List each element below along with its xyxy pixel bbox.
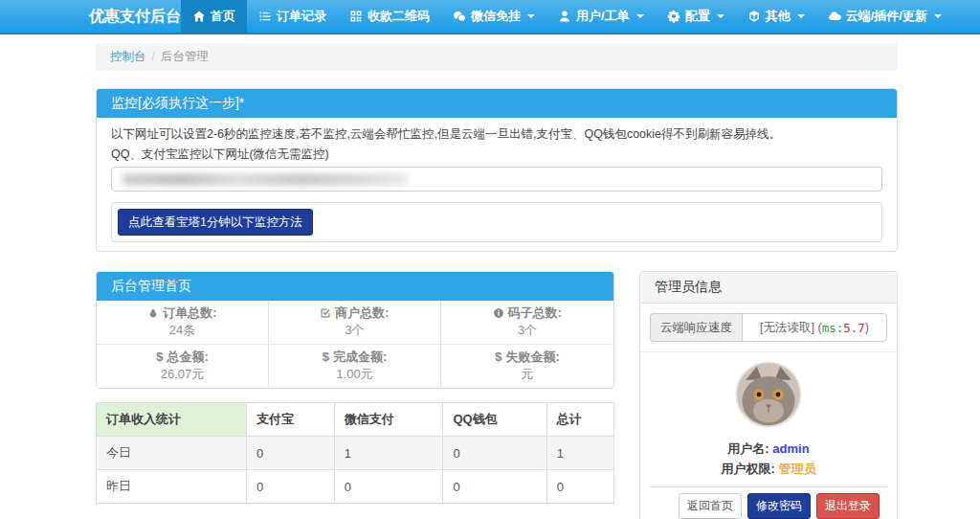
stat-value: 元	[445, 367, 610, 382]
stat-label: 完成金额:	[333, 350, 387, 365]
monitor-desc-line1: 以下网址可以设置2-6秒的监控速度,若不监控,云端会帮忙监控,但是云端一旦出错,…	[111, 126, 882, 142]
baota-monitor-help-button[interactable]: 点此查看宝塔1分钟以下监控方法	[118, 209, 313, 236]
username-label: 用户名:	[727, 441, 768, 456]
brand-title[interactable]: 优惠支付后台	[89, 0, 181, 33]
monitor-panel-body: 以下网址可以设置2-6秒的监控速度,若不监控,云端会帮忙监控,但是云端一旦出错,…	[97, 118, 897, 251]
change-password-button[interactable]: 修改密码	[747, 493, 811, 519]
table-row-yesterday: 昨日 0 0 0 0	[97, 470, 614, 504]
nav-item-order-records[interactable]: 订单记录	[247, 0, 338, 33]
left-column: 后台管理首页 订单总数: 24条 商户总数:	[96, 271, 614, 504]
stat-label: 失败金额:	[505, 350, 559, 365]
table-header-alipay: 支付宝	[246, 403, 334, 437]
breadcrumb-console-link[interactable]: 控制台	[110, 50, 146, 63]
stat-value: 24条	[100, 323, 264, 338]
divider	[640, 351, 897, 352]
role-label: 用户权限:	[722, 462, 775, 476]
username-link[interactable]: admin	[772, 441, 809, 456]
nav-item-payment-qrcode[interactable]: 收款二维码	[338, 0, 441, 33]
cloud-icon	[828, 10, 841, 23]
breadcrumb: 控制台/后台管理	[96, 43, 898, 71]
stat-cell-merchants: 商户总数: 3个	[269, 301, 441, 345]
cell-alipay: 0	[246, 470, 334, 504]
nav-item-label: 订单记录	[277, 8, 326, 25]
main-row: 后台管理首页 订单总数: 24条 商户总数:	[96, 271, 898, 519]
stat-cell-completed-amount: $ 完成金额: 1.00元	[269, 345, 441, 388]
monitor-panel-title: 监控[必须执行这一步]*	[97, 89, 897, 118]
nav-item-label: 微信免挂	[471, 8, 521, 25]
nav-item-label: 收款二维码	[368, 8, 430, 25]
stat-cell-failed-amount: $ 失败金额: 元	[441, 345, 613, 388]
monitor-desc-line2: QQ、支付宝监控以下网址(微信无需监控)	[111, 147, 882, 162]
list-icon	[258, 10, 272, 23]
stat-value: 26.07元	[100, 367, 264, 382]
cell-wechat: 1	[334, 437, 443, 470]
breadcrumb-current: 后台管理	[161, 50, 209, 63]
stat-label: 总金额:	[167, 350, 208, 365]
nav-item-config[interactable]: 配置	[656, 0, 736, 33]
cloud-response-speed-group: 云端响应速度 [无法读取] (ms:5.7)	[650, 313, 887, 342]
chevron-down-icon	[797, 14, 805, 18]
redacted-url-blur	[122, 173, 409, 186]
breadcrumb-separator: /	[152, 50, 155, 63]
dollar-icon: $	[495, 350, 501, 365]
cell-wechat: 0	[334, 470, 443, 504]
row-label: 今日	[97, 437, 247, 470]
nav-menu: 首页 订单记录 收款二维码 微信免挂 用户/工单 配置 其他	[181, 0, 953, 33]
wechat-icon	[453, 10, 466, 23]
logout-button[interactable]: 退出登录	[816, 493, 880, 519]
right-column: 管理员信息 云端响应速度 [无法读取] (ms:5.7)	[639, 271, 898, 519]
stat-value: 3个	[445, 323, 610, 338]
cell-total: 0	[546, 470, 613, 504]
cat-avatar	[734, 360, 803, 429]
stat-label: 商户总数:	[335, 305, 389, 321]
dollar-icon: $	[323, 350, 329, 365]
table-row-today: 今日 0 1 0 1	[97, 437, 614, 470]
check-square-icon	[320, 307, 331, 319]
monitor-panel: 监控[必须执行这一步]* 以下网址可以设置2-6秒的监控速度,若不监控,云端会帮…	[96, 88, 898, 252]
nav-item-label: 用户/工单	[576, 8, 630, 25]
admin-panel-title: 管理员信息	[640, 272, 897, 304]
page-container: 控制台/后台管理 监控[必须执行这一步]* 以下网址可以设置2-6秒的监控速度,…	[96, 43, 898, 519]
admin-info-panel: 管理员信息 云端响应速度 [无法读取] (ms:5.7)	[639, 271, 898, 519]
stats-panel: 后台管理首页 订单总数: 24条 商户总数:	[96, 271, 614, 389]
nav-item-cloud-plugins-update[interactable]: 云端/插件/更新	[816, 0, 953, 33]
admin-panel-footer: 返回首页 修改密码 退出登录	[650, 486, 887, 519]
gear-icon	[667, 10, 680, 23]
row-label: 昨日	[97, 470, 247, 504]
chevron-down-icon	[717, 14, 724, 18]
qrcode-icon	[349, 10, 363, 23]
user-icon	[558, 10, 571, 23]
stats-panel-title: 后台管理首页	[97, 272, 613, 301]
speed-value-text: [无法读取]	[760, 320, 814, 336]
avatar-wrap	[650, 360, 887, 433]
chevron-down-icon	[934, 14, 942, 18]
monitor-url-input[interactable]	[111, 167, 882, 192]
top-navbar: 优惠支付后台 首页 订单记录 收款二维码 微信免挂 用户/工单 配置	[0, 0, 980, 34]
nav-item-label: 首页	[211, 8, 235, 25]
nav-item-other[interactable]: 其他	[736, 0, 816, 33]
chevron-down-icon	[636, 14, 644, 18]
stat-cell-total-amount: $ 总金额: 26.07元	[97, 345, 269, 388]
speed-value: [无法读取] (ms:5.7)	[742, 313, 887, 342]
back-home-button[interactable]: 返回首页	[679, 493, 742, 519]
nav-item-home[interactable]: 首页	[181, 0, 247, 33]
nav-item-users-tickets[interactable]: 用户/工单	[546, 0, 656, 33]
cell-total: 1	[546, 437, 613, 470]
cube-icon	[747, 10, 761, 23]
speed-ms-number: 5.7	[843, 321, 865, 335]
table-header-wechat-pay: 微信支付	[334, 403, 443, 437]
stat-label: 订单总数:	[163, 305, 216, 321]
role-value: 管理员	[778, 462, 815, 476]
nav-item-wechat-free[interactable]: 微信免挂	[441, 0, 546, 33]
speed-label: 云端响应速度	[650, 313, 742, 342]
monitor-help-box: 点此查看宝塔1分钟以下监控方法	[111, 202, 882, 242]
stat-cell-codes: 码子总数: 3个	[441, 301, 613, 345]
dollar-icon: $	[156, 350, 163, 365]
home-icon	[192, 10, 206, 23]
speed-paren-close: )	[865, 321, 869, 334]
income-stats-table: 订单收入统计 支付宝 微信支付 QQ钱包 总计 今日 0 1 0 1	[96, 402, 614, 504]
speed-ms-label: ms:	[822, 321, 844, 335]
stat-cell-orders: 订单总数: 24条	[97, 301, 269, 345]
chevron-down-icon	[527, 14, 535, 18]
cell-qq: 0	[443, 470, 546, 504]
